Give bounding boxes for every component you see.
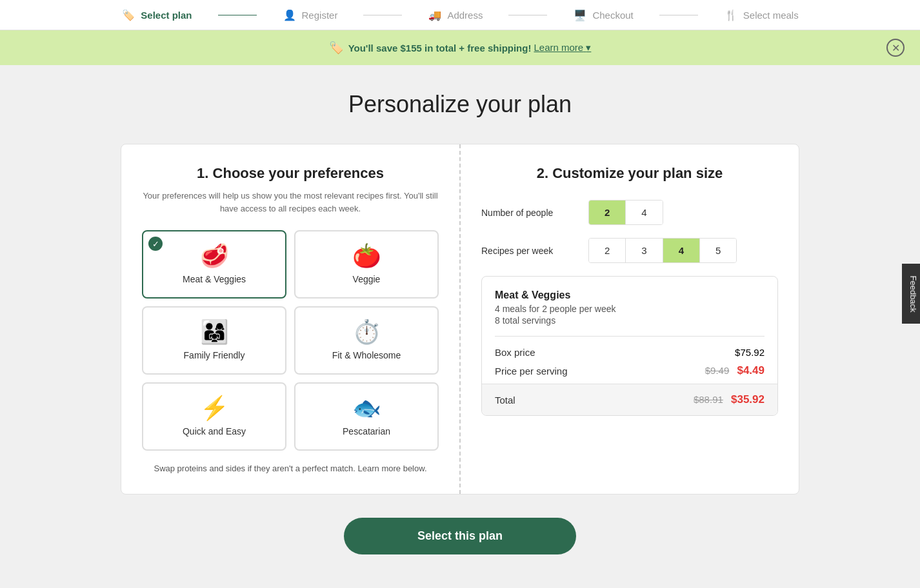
pref-card-meat-veggies[interactable]: ✓ 🥩 Meat & Veggies bbox=[142, 230, 286, 299]
recipes-btn-4[interactable]: 4 bbox=[663, 239, 700, 262]
meat-veggies-icon: 🥩 bbox=[200, 244, 229, 268]
total-discounted: $35.92 bbox=[731, 393, 765, 406]
total-prices: $88.91 $35.92 bbox=[694, 393, 765, 406]
select-plan-icon: 🏷️ bbox=[121, 8, 135, 22]
pref-card-family-friendly[interactable]: 👨‍👩‍👧 Family Friendly bbox=[142, 306, 286, 375]
recipes-btn-2[interactable]: 2 bbox=[589, 239, 626, 262]
per-serving-prices: $9.49 $4.49 bbox=[705, 364, 765, 377]
pref-card-pescatarian[interactable]: 🐟 Pescatarian bbox=[294, 382, 439, 451]
nav-step-label: Register bbox=[302, 10, 338, 21]
per-serving-original: $9.49 bbox=[705, 365, 730, 376]
banner-message: You'll save $155 in total + free shippin… bbox=[348, 43, 532, 54]
banner-tag-icon: 🏷️ bbox=[329, 41, 343, 55]
total-original: $88.91 bbox=[694, 394, 723, 405]
recipes-label: Recipes per week bbox=[481, 246, 578, 256]
preferences-description: Your preferences will help us show you t… bbox=[142, 190, 439, 215]
preference-grid: ✓ 🥩 Meat & Veggies 🍅 Veggie 👨‍👩‍👧 Family… bbox=[142, 230, 439, 451]
veggie-icon: 🍅 bbox=[352, 244, 381, 268]
nav-divider-4 bbox=[659, 15, 698, 15]
nav-step-address[interactable]: 🚚 Address bbox=[428, 8, 483, 22]
cta-wrapper: Select this plan bbox=[121, 518, 799, 554]
recipes-btn-3[interactable]: 3 bbox=[626, 239, 663, 262]
per-serving-label: Price per serving bbox=[495, 366, 568, 377]
box-price-label: Box price bbox=[495, 347, 535, 358]
savings-banner: 🏷️ You'll save $155 in total + free ship… bbox=[0, 30, 920, 65]
register-icon: 👤 bbox=[283, 8, 297, 22]
recipes-option-row: Recipes per week 2 3 4 5 bbox=[481, 238, 778, 263]
people-btn-group: 2 4 bbox=[588, 200, 663, 225]
select-plan-button[interactable]: Select this plan bbox=[344, 518, 576, 554]
main-content: Personalize your plan 1. Choose your pre… bbox=[105, 65, 815, 580]
summary-meals-detail: 4 meals for 2 people per week bbox=[495, 304, 765, 314]
pref-label-pescatarian: Pescatarian bbox=[343, 426, 390, 436]
selected-checkmark: ✓ bbox=[148, 237, 163, 251]
preferences-title: 1. Choose your preferences bbox=[142, 165, 439, 182]
top-navigation: 🏷️ Select plan 👤 Register 🚚 Address 🖥️ C… bbox=[0, 0, 920, 30]
pref-label-meat-veggies: Meat & Veggies bbox=[183, 274, 246, 284]
nav-step-select-meals[interactable]: 🍴 Select meals bbox=[724, 8, 799, 22]
per-serving-row: Price per serving $9.49 $4.49 bbox=[495, 364, 765, 377]
pref-label-fit-wholesome: Fit & Wholesome bbox=[332, 350, 401, 360]
people-label: Number of people bbox=[481, 208, 578, 218]
total-label: Total bbox=[495, 395, 515, 406]
box-price-value: $75.92 bbox=[735, 347, 765, 358]
nav-step-label: Select meals bbox=[743, 10, 799, 21]
customize-title: 2. Customize your plan size bbox=[481, 165, 778, 182]
plan-configurator: 1. Choose your preferences Your preferen… bbox=[121, 144, 799, 495]
nav-divider-3 bbox=[508, 15, 547, 15]
people-option-row: Number of people 2 4 bbox=[481, 200, 778, 225]
summary-servings-detail: 8 total servings bbox=[495, 315, 765, 326]
nav-step-checkout[interactable]: 🖥️ Checkout bbox=[573, 8, 633, 22]
nav-step-select-plan[interactable]: 🏷️ Select plan bbox=[121, 8, 192, 22]
pref-card-fit-wholesome[interactable]: ⏱️ Fit & Wholesome bbox=[294, 306, 439, 375]
nav-step-label: Select plan bbox=[141, 10, 192, 21]
nav-step-label: Checkout bbox=[592, 10, 633, 21]
customize-section: 2. Customize your plan size Number of pe… bbox=[461, 144, 799, 494]
nav-divider-1 bbox=[218, 15, 257, 15]
quick-icon: ⚡ bbox=[200, 397, 229, 420]
recipes-btn-group: 2 3 4 5 bbox=[588, 238, 737, 263]
address-icon: 🚚 bbox=[428, 8, 442, 22]
pref-label-veggie: Veggie bbox=[353, 274, 381, 284]
banner-learn-more-link[interactable]: Learn more ▾ bbox=[534, 42, 591, 54]
checkout-icon: 🖥️ bbox=[573, 8, 587, 22]
fit-icon: ⏱️ bbox=[352, 320, 381, 344]
nav-divider-2 bbox=[363, 15, 402, 15]
pref-card-quick-easy[interactable]: ⚡ Quick and Easy bbox=[142, 382, 286, 451]
total-row: Total $88.91 $35.92 bbox=[482, 384, 777, 415]
pescatarian-icon: 🐟 bbox=[352, 397, 381, 420]
preferences-section: 1. Choose your preferences Your preferen… bbox=[121, 144, 461, 494]
summary-plan-name: Meat & Veggies bbox=[495, 289, 765, 301]
summary-divider-1 bbox=[495, 336, 765, 337]
people-btn-4[interactable]: 4 bbox=[626, 201, 662, 224]
pref-card-veggie[interactable]: 🍅 Veggie bbox=[294, 230, 439, 299]
swap-note: Swap proteins and sides if they aren't a… bbox=[142, 464, 439, 473]
people-btn-2[interactable]: 2 bbox=[589, 201, 626, 224]
pref-label-quick-easy: Quick and Easy bbox=[183, 426, 246, 436]
box-price-row: Box price $75.92 bbox=[495, 347, 765, 358]
nav-step-label: Address bbox=[447, 10, 483, 21]
page-title: Personalize your plan bbox=[121, 91, 799, 118]
family-icon: 👨‍👩‍👧 bbox=[200, 320, 229, 344]
banner-close-button[interactable]: ✕ bbox=[886, 39, 905, 57]
plan-summary-box: Meat & Veggies 4 meals for 2 people per … bbox=[481, 276, 778, 416]
select-meals-icon: 🍴 bbox=[724, 8, 738, 22]
pref-label-family-friendly: Family Friendly bbox=[184, 350, 245, 360]
nav-step-register[interactable]: 👤 Register bbox=[283, 8, 338, 22]
recipes-btn-5[interactable]: 5 bbox=[700, 239, 736, 262]
feedback-tab[interactable]: Feedback bbox=[902, 264, 920, 324]
per-serving-discounted: $4.49 bbox=[737, 364, 765, 377]
